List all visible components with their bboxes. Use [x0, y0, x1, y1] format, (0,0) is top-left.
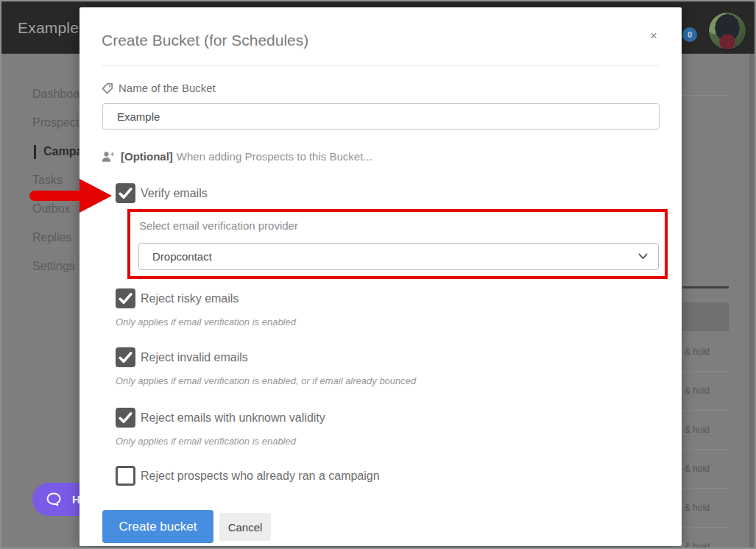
checkbox-note: Only applies if email verification is en… [116, 316, 296, 327]
checkmark-icon [118, 185, 133, 201]
sidebar-item-replies[interactable]: Replies [32, 231, 71, 244]
app-window: Example 0 Dashboard Prospects Campaigns … [0, 0, 756, 549]
bucket-name-label-row: Name of the Bucket [102, 82, 216, 94]
close-icon[interactable]: × [650, 29, 657, 42]
notification-badge[interactable]: 0 [682, 27, 697, 42]
create-bucket-button[interactable]: Create bucket [102, 510, 213, 543]
table-row: & hold [682, 333, 729, 372]
modal-divider [102, 65, 660, 65]
bucket-name-input[interactable] [102, 103, 660, 130]
verify-emails-checkbox[interactable] [116, 183, 135, 203]
table-row: & hold [682, 489, 729, 528]
table-header-cell [682, 302, 729, 331]
reject-unknown-checkbox[interactable] [116, 408, 135, 428]
reject-risky-checkbox[interactable] [116, 288, 135, 308]
checkbox-label: Verify emails [141, 187, 208, 200]
checkmark-icon [118, 350, 133, 365]
checkbox-label: Reject emails with unknown validity [141, 411, 325, 425]
create-bucket-modal: Create Bucket (for Schedules) × Name of … [80, 7, 682, 546]
table-row: & hold [682, 372, 729, 411]
checkbox-label: Reject invalid emails [141, 351, 248, 364]
avatar[interactable] [709, 13, 746, 49]
sidebar-item-tasks[interactable]: Tasks [32, 174, 63, 187]
scrollbar[interactable] [749, 54, 755, 548]
sidebar-item-outbox[interactable]: Outbox [32, 202, 71, 216]
chat-bubble-icon [45, 491, 63, 509]
table-row: & hold [682, 411, 729, 450]
optional-prefix: [Optional] [121, 150, 173, 163]
background-divider [682, 95, 729, 96]
sidebar-item-prospects[interactable]: Prospects [32, 116, 85, 130]
table-header-line [682, 286, 729, 288]
table-rows: & hold & hold & hold & hold & hold & hol… [682, 333, 729, 549]
provider-annotation-box: Select email verification provider Dropc… [127, 209, 668, 279]
active-item-bar [34, 145, 36, 159]
modal-title: Create Bucket (for Schedules) [102, 32, 308, 49]
reject-ran-campaign-checkbox[interactable] [116, 466, 135, 486]
background-table-fragment: & hold & hold & hold & hold & hold & hol… [682, 54, 752, 548]
reject-risky-row: Reject risky emails [116, 288, 239, 308]
chevron-down-icon [638, 253, 648, 260]
sidebar-item-settings[interactable]: Settings [32, 260, 75, 273]
reject-invalid-row: Reject invalid emails [116, 347, 248, 367]
checkbox-label: Reject risky emails [141, 292, 239, 305]
provider-select[interactable]: Dropcontact [138, 243, 659, 270]
app-title: Example [18, 19, 79, 37]
user-plus-icon [102, 151, 115, 163]
checkbox-note: Only applies if email verification is en… [116, 375, 416, 386]
optional-heading-row: [Optional] When adding Prospects to this… [102, 150, 372, 163]
cancel-button[interactable]: Cancel [219, 513, 271, 541]
reject-unknown-row: Reject emails with unknown validity [116, 408, 325, 428]
checkbox-label: Reject prospects who already ran a campa… [141, 470, 380, 483]
checkmark-icon [118, 291, 133, 306]
reject-invalid-checkbox[interactable] [116, 347, 135, 367]
provider-selected-value: Dropcontact [152, 250, 638, 263]
sidebar: Dashboard Prospects Campaigns Tasks Outb… [1, 54, 80, 548]
bucket-name-label: Name of the Bucket [119, 82, 216, 94]
table-row: & hold [682, 528, 729, 549]
checkbox-note: Only applies if email verification is en… [116, 436, 296, 447]
checkmark-icon [118, 410, 133, 425]
optional-text: When adding Prospects to this Bucket... [177, 150, 372, 163]
provider-label: Select email verification provider [139, 219, 298, 232]
tag-icon [102, 82, 113, 94]
verify-emails-row: Verify emails [116, 183, 208, 203]
reject-ran-campaign-row: Reject prospects who already ran a campa… [116, 466, 380, 486]
table-row: & hold [682, 450, 729, 489]
